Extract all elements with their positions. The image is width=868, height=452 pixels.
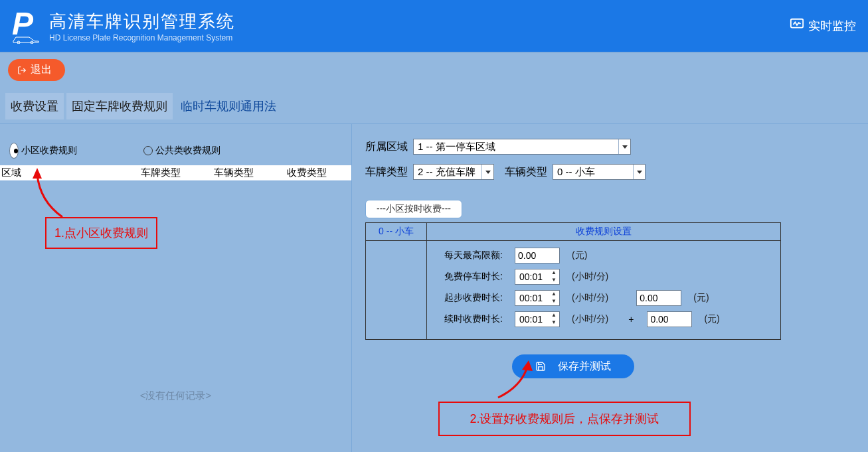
chevron-down-icon xyxy=(618,139,630,154)
annotation-2: 2.设置好收费规则后，点保存并测试 xyxy=(438,402,691,436)
vehicle-type-value: 0 -- 小车 xyxy=(557,166,595,179)
col-charge-type: 收费类型 xyxy=(286,167,352,179)
free-duration-value: 00:01 xyxy=(515,271,549,282)
plate-type-label: 车牌类型 xyxy=(365,165,408,179)
empty-message: <没有任何记录> xyxy=(0,390,351,402)
left-pane: 小区收费规则 公共类收费规则 区域 车牌类型 车辆类型 收费类型 1.点小区收费… xyxy=(0,124,352,452)
tab-temp-vehicle-rules[interactable]: 临时车规则通用法 xyxy=(175,93,282,119)
radio-unselected-icon xyxy=(143,146,153,155)
realtime-monitor-button[interactable]: 实时监控 xyxy=(790,17,856,35)
daily-max-input[interactable] xyxy=(515,248,560,264)
radio-community-label: 小区收费规则 xyxy=(21,145,77,157)
monitor-icon xyxy=(790,17,804,35)
plus-sign: + xyxy=(628,314,634,325)
tab-charge-settings[interactable]: 收费设置 xyxy=(5,93,64,119)
renewal-charge-unit: (元) xyxy=(704,313,719,325)
daily-max-unit: (元) xyxy=(572,250,587,262)
app-title: 高清车牌识别管理系统 xyxy=(49,10,235,33)
logo-block: P 高清车牌识别管理系统 HD License Plate Recognitio… xyxy=(12,8,235,44)
col-vehicle-type: 车辆类型 xyxy=(213,167,286,179)
realtime-monitor-label: 实时监控 xyxy=(808,18,856,34)
svg-marker-7 xyxy=(637,171,642,174)
grid-header-rules: 收费规则设置 xyxy=(427,223,780,241)
annotation-1: 1.点小区收费规则 xyxy=(45,217,157,249)
col-area: 区域 xyxy=(0,167,139,179)
table-header: 区域 车牌类型 车辆类型 收费类型 xyxy=(0,165,351,181)
start-charge-unit: (元) xyxy=(693,292,709,304)
title-block: 高清车牌识别管理系统 HD License Plate Recognition … xyxy=(49,10,235,42)
col-plate-type: 车牌类型 xyxy=(139,167,213,179)
start-duration-value: 00:01 xyxy=(515,293,549,303)
radio-community-rule[interactable]: 小区收费规则 xyxy=(9,143,77,159)
car-icon xyxy=(12,35,40,44)
start-duration-label: 起步收费时长: xyxy=(436,292,503,304)
rule-type-radios: 小区收费规则 公共类收费规则 xyxy=(0,143,351,159)
start-charge-input[interactable] xyxy=(636,290,681,306)
exit-button[interactable]: 退出 xyxy=(8,59,65,81)
tab-fixed-plate-rules[interactable]: 固定车牌收费规则 xyxy=(66,93,173,119)
tabs: 收费设置 固定车牌收费规则 临时车规则通用法 xyxy=(0,86,868,119)
save-label: 保存并测试 xyxy=(558,360,611,374)
radio-public-rule[interactable]: 公共类收费规则 xyxy=(143,145,220,157)
svg-rect-2 xyxy=(791,19,803,27)
inner-tab-community-time-charge[interactable]: ---小区按时收费--- xyxy=(365,200,462,218)
content: 小区收费规则 公共类收费规则 区域 车牌类型 车辆类型 收费类型 1.点小区收费… xyxy=(0,123,868,452)
vehicle-type-select[interactable]: 0 -- 小车 xyxy=(553,164,646,180)
free-duration-label: 免费停车时长: xyxy=(436,271,503,283)
radio-public-label: 公共类收费规则 xyxy=(155,145,220,157)
header: P 高清车牌识别管理系统 HD License Plate Recognitio… xyxy=(0,0,868,52)
svg-marker-6 xyxy=(485,171,491,174)
exit-label: 退出 xyxy=(31,63,52,77)
area-value: 1 -- 第一停车区域 xyxy=(418,141,495,153)
grid-header-vehicle: 0 -- 小车 xyxy=(366,223,427,241)
logo: P xyxy=(12,8,40,44)
renewal-duration-spinner[interactable]: 00:01 ▲▼ xyxy=(515,311,560,327)
area-label: 所属区域 xyxy=(365,140,408,154)
spinner-arrows-icon: ▲▼ xyxy=(549,312,559,327)
app-subtitle: HD License Plate Recognition Management … xyxy=(49,33,235,42)
grid-left-empty xyxy=(366,241,427,339)
spinner-arrows-icon: ▲▼ xyxy=(549,291,559,305)
vehicle-type-label: 车辆类型 xyxy=(505,165,547,179)
chevron-down-icon xyxy=(481,165,493,179)
spinner-arrows-icon: ▲▼ xyxy=(549,269,559,284)
daily-max-label: 每天最高限额: xyxy=(436,250,503,262)
renewal-duration-value: 00:01 xyxy=(515,314,549,325)
plate-type-select[interactable]: 2 -- 充值车牌 xyxy=(413,164,494,180)
svg-marker-5 xyxy=(622,145,628,149)
subbar: 退出 xyxy=(0,52,868,86)
chevron-down-icon xyxy=(633,165,645,179)
right-pane: 所属区域 1 -- 第一停车区域 车牌类型 2 -- 充值车牌 车辆类型 0 -… xyxy=(352,124,868,452)
charge-rule-grid: 0 -- 小车 收费规则设置 每天最高限额: (元) 免费停车时长: 00:01… xyxy=(365,222,781,340)
save-icon xyxy=(535,361,546,372)
plate-type-value: 2 -- 充值车牌 xyxy=(418,166,476,179)
start-duration-spinner[interactable]: 00:01 ▲▼ xyxy=(515,290,560,306)
free-duration-unit: (小时/分) xyxy=(572,271,608,283)
renewal-charge-input[interactable] xyxy=(647,311,692,327)
exit-icon xyxy=(17,66,27,75)
renewal-duration-unit: (小时/分) xyxy=(572,313,608,325)
renewal-duration-label: 续时收费时长: xyxy=(436,313,503,325)
area-select[interactable]: 1 -- 第一停车区域 xyxy=(413,139,631,155)
radio-selected-icon xyxy=(9,143,19,159)
save-and-test-button[interactable]: 保存并测试 xyxy=(512,354,634,378)
free-duration-spinner[interactable]: 00:01 ▲▼ xyxy=(515,269,560,285)
grid-form: 每天最高限额: (元) 免费停车时长: 00:01 ▲▼ (小时/分) 起步收费… xyxy=(427,241,780,339)
start-duration-unit: (小时/分) xyxy=(572,292,608,304)
